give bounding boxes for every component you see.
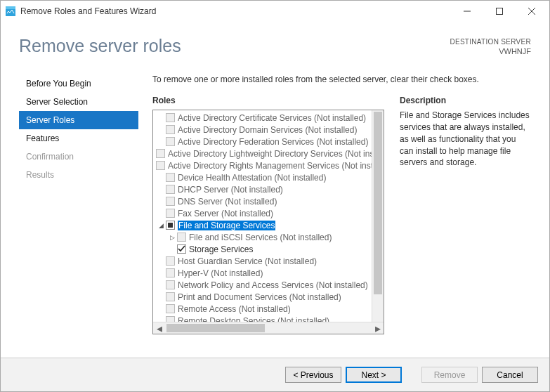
wizard-icon xyxy=(5,6,16,17)
role-label[interactable]: DNS Server (Not installed) xyxy=(178,197,277,207)
checkbox xyxy=(166,185,175,194)
svg-rect-1 xyxy=(6,6,15,9)
header: Remove server roles DESTINATION SERVER V… xyxy=(1,22,549,56)
role-label[interactable]: Active Directory Domain Services (Not in… xyxy=(178,125,357,135)
role-label[interactable]: Storage Services xyxy=(189,244,253,254)
role-label[interactable]: Active Directory Federation Services (No… xyxy=(178,137,368,147)
checkbox xyxy=(166,125,175,134)
svg-rect-3 xyxy=(497,8,503,15)
panel: To remove one or more installed roles fr… xyxy=(138,74,531,355)
roles-tree-body[interactable]: Active Directory Certificate Services (N… xyxy=(153,110,384,322)
checkbox xyxy=(156,161,165,170)
triangle-down-icon[interactable]: ◢ xyxy=(156,221,166,230)
checkbox xyxy=(177,233,186,242)
role-label[interactable]: Active Directory Certificate Services (N… xyxy=(178,113,366,123)
checkbox xyxy=(166,209,175,218)
role-item[interactable]: ◢File and Storage Services xyxy=(156,219,384,231)
role-item[interactable]: Hyper-V (Not installed) xyxy=(156,267,384,279)
window-title: Remove Roles and Features Wizard xyxy=(20,6,451,16)
triangle-right-icon[interactable]: ▷ xyxy=(167,233,177,242)
destination-label: DESTINATION SERVER xyxy=(181,37,531,46)
step-server-selection[interactable]: Server Selection xyxy=(19,93,138,111)
wizard-steps: Before You BeginServer SelectionServer R… xyxy=(19,74,138,355)
maximize-button[interactable] xyxy=(483,1,516,22)
previous-button[interactable]: < Previous xyxy=(285,367,341,383)
step-before-you-begin[interactable]: Before You Begin xyxy=(19,74,138,93)
role-item[interactable]: Fax Server (Not installed) xyxy=(156,207,384,219)
checkbox xyxy=(166,197,175,206)
checkbox xyxy=(166,304,175,313)
checkbox xyxy=(166,256,175,266)
roles-column: Roles Active Directory Certificate Servi… xyxy=(152,96,384,355)
role-label[interactable]: Remote Access (Not installed) xyxy=(178,304,291,314)
destination-server: DESTINATION SERVER VWHNJF xyxy=(181,36,531,56)
role-label[interactable]: Active Directory Lightweight Directory S… xyxy=(168,149,384,159)
role-item[interactable]: Storage Services xyxy=(156,243,384,255)
role-item[interactable]: Remote Access (Not installed) xyxy=(156,303,384,315)
checkbox xyxy=(166,137,175,146)
footer: < Previous Next > Remove Cancel xyxy=(1,358,549,391)
step-confirmation: Confirmation xyxy=(19,148,138,166)
role-label[interactable]: Hyper-V (Not installed) xyxy=(178,268,263,278)
checkbox xyxy=(166,113,175,122)
horizontal-scrollbar[interactable]: ◂ ▸ xyxy=(153,322,384,334)
instruction-text: To remove one or more installed roles fr… xyxy=(152,74,531,84)
role-item[interactable]: DHCP Server (Not installed) xyxy=(156,183,384,195)
scroll-left-icon[interactable]: ◂ xyxy=(153,322,165,334)
role-label[interactable]: Fax Server (Not installed) xyxy=(178,209,273,218)
description-heading: Description xyxy=(400,96,531,105)
page-title: Remove server roles xyxy=(19,36,181,56)
vertical-scrollbar[interactable] xyxy=(372,110,384,322)
role-item[interactable]: Active Directory Lightweight Directory S… xyxy=(156,148,384,159)
checkbox xyxy=(166,316,175,322)
role-label[interactable]: Host Guardian Service (Not installed) xyxy=(178,256,317,266)
role-item[interactable]: Network Policy and Access Services (Not … xyxy=(156,279,384,291)
description-column: Description File and Storage Services in… xyxy=(400,96,531,355)
step-features[interactable]: Features xyxy=(19,129,138,148)
role-label[interactable]: Remote Desktop Services (Not installed) xyxy=(178,316,329,322)
role-item[interactable]: Device Health Attestation (Not installed… xyxy=(156,171,384,183)
title-bar: Remove Roles and Features Wizard xyxy=(1,1,549,22)
checkbox xyxy=(166,173,175,182)
role-label[interactable]: Device Health Attestation (Not installed… xyxy=(178,173,326,183)
remove-button: Remove xyxy=(421,367,478,383)
role-item[interactable]: ▷File and iSCSI Services (Not installed) xyxy=(156,231,384,243)
role-item[interactable]: Remote Desktop Services (Not installed) xyxy=(156,315,384,322)
checkbox xyxy=(166,280,175,289)
description-text: File and Storage Services includes servi… xyxy=(400,110,531,169)
step-server-roles[interactable]: Server Roles xyxy=(19,111,138,129)
role-label[interactable]: Active Directory Rights Management Servi… xyxy=(168,161,384,171)
minimize-button[interactable] xyxy=(451,1,483,22)
checkbox[interactable] xyxy=(177,244,186,254)
role-item[interactable]: Active Directory Rights Management Servi… xyxy=(156,159,384,171)
role-item[interactable]: DNS Server (Not installed) xyxy=(156,195,384,207)
next-button[interactable]: Next > xyxy=(346,367,402,383)
step-results: Results xyxy=(19,166,138,184)
role-label[interactable]: DHCP Server (Not installed) xyxy=(178,185,283,195)
checkbox xyxy=(166,268,175,277)
role-item[interactable]: Print and Document Services (Not install… xyxy=(156,291,384,303)
close-button[interactable] xyxy=(516,1,548,22)
destination-name: VWHNJF xyxy=(181,46,531,56)
cancel-button[interactable]: Cancel xyxy=(482,367,538,383)
checkbox[interactable] xyxy=(166,221,175,230)
role-item[interactable]: Active Directory Domain Services (Not in… xyxy=(156,124,384,136)
checkbox xyxy=(166,292,175,301)
role-label[interactable]: File and Storage Services xyxy=(178,221,275,230)
role-label[interactable]: Print and Document Services (Not install… xyxy=(178,292,341,302)
role-item[interactable]: Host Guardian Service (Not installed) xyxy=(156,255,384,267)
checkbox xyxy=(156,149,165,158)
role-label[interactable]: Network Policy and Access Services (Not … xyxy=(178,280,368,290)
content: Before You BeginServer SelectionServer R… xyxy=(1,74,549,355)
role-label[interactable]: File and iSCSI Services (Not installed) xyxy=(189,233,332,242)
roles-heading: Roles xyxy=(152,96,384,105)
role-item[interactable]: Active Directory Federation Services (No… xyxy=(156,136,384,148)
roles-tree: Active Directory Certificate Services (N… xyxy=(152,110,384,334)
role-item[interactable]: Active Directory Certificate Services (N… xyxy=(156,112,384,124)
scroll-right-icon[interactable]: ▸ xyxy=(372,322,384,334)
